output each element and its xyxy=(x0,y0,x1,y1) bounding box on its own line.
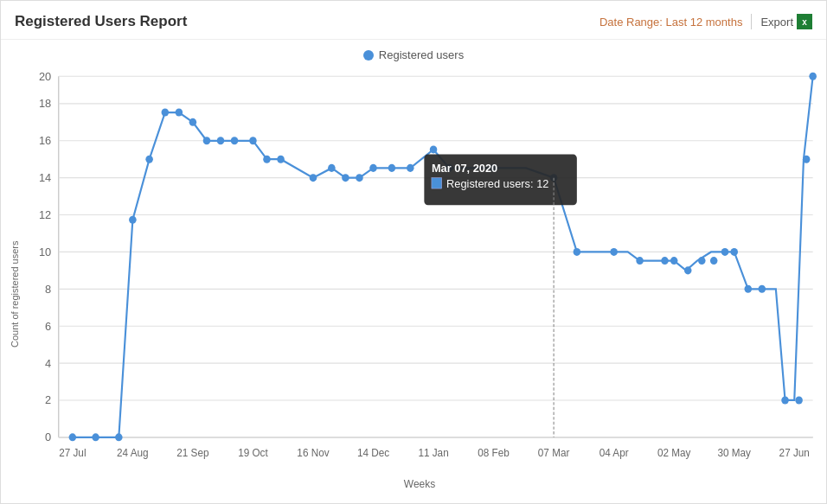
svg-point-49 xyxy=(263,156,271,163)
svg-point-73 xyxy=(759,285,766,293)
svg-point-42 xyxy=(162,109,170,117)
chart-legend: Registered users xyxy=(10,48,817,61)
svg-point-70 xyxy=(721,248,729,256)
chart-inner: 0 2 4 6 8 10 12 14 16 18 20 27 Jul 24 Au… xyxy=(22,67,817,495)
svg-point-69 xyxy=(710,257,718,265)
divider xyxy=(751,14,752,29)
svg-text:27 Jul: 27 Jul xyxy=(59,447,86,459)
svg-point-54 xyxy=(356,174,363,182)
svg-text:14 Dec: 14 Dec xyxy=(357,447,389,459)
date-range-label[interactable]: Date Range: Last 12 months xyxy=(599,16,743,29)
svg-text:18: 18 xyxy=(39,97,51,110)
report-container: Registered Users Report Date Range: Last… xyxy=(0,0,827,504)
svg-text:Registered users: 12: Registered users: 12 xyxy=(446,177,548,190)
svg-point-43 xyxy=(176,109,183,117)
svg-container: 0 2 4 6 8 10 12 14 16 18 20 27 Jul 24 Au… xyxy=(22,67,817,476)
svg-text:Mar 07, 2020: Mar 07, 2020 xyxy=(432,162,497,175)
svg-point-77 xyxy=(809,73,817,80)
svg-text:24 Aug: 24 Aug xyxy=(117,447,149,459)
export-label: Export xyxy=(760,16,793,29)
svg-text:02 May: 02 May xyxy=(657,447,691,459)
svg-point-52 xyxy=(328,164,336,172)
svg-point-67 xyxy=(684,266,692,274)
svg-text:27 Jun: 27 Jun xyxy=(779,447,810,459)
svg-point-40 xyxy=(129,216,137,224)
svg-point-45 xyxy=(203,137,211,144)
svg-text:16: 16 xyxy=(39,134,51,147)
svg-point-46 xyxy=(217,137,225,144)
chart-wrapper: Count of registered users xyxy=(10,67,817,495)
svg-text:20: 20 xyxy=(39,69,51,82)
x-axis-title: Weeks xyxy=(22,476,817,495)
svg-point-76 xyxy=(803,156,811,163)
svg-point-57 xyxy=(407,164,414,172)
svg-point-64 xyxy=(636,257,644,265)
export-button[interactable]: Export x xyxy=(760,14,812,29)
report-header: Registered Users Report Date Range: Last… xyxy=(1,1,826,40)
svg-point-48 xyxy=(249,137,257,144)
svg-text:21 Sep: 21 Sep xyxy=(176,447,209,459)
report-title: Registered Users Report xyxy=(15,13,187,30)
svg-point-74 xyxy=(781,396,789,404)
svg-point-75 xyxy=(795,396,803,404)
svg-point-68 xyxy=(698,257,706,265)
legend-dot xyxy=(363,50,374,61)
svg-point-44 xyxy=(189,118,197,126)
svg-point-65 xyxy=(661,257,669,265)
y-axis-label: Count of registered users xyxy=(10,67,20,495)
svg-text:04 Apr: 04 Apr xyxy=(599,447,629,459)
svg-point-37 xyxy=(69,433,77,441)
svg-rect-80 xyxy=(432,178,442,188)
svg-text:14: 14 xyxy=(39,171,51,184)
legend-label: Registered users xyxy=(379,48,464,61)
svg-point-62 xyxy=(574,248,581,256)
svg-point-39 xyxy=(115,433,123,441)
svg-text:16 Nov: 16 Nov xyxy=(297,447,329,459)
svg-point-41 xyxy=(145,156,153,163)
svg-text:08 Feb: 08 Feb xyxy=(478,447,510,459)
svg-text:19 Oct: 19 Oct xyxy=(238,447,268,459)
svg-text:07 Mar: 07 Mar xyxy=(538,447,570,459)
svg-text:8: 8 xyxy=(45,283,51,296)
export-excel-icon: x xyxy=(797,14,812,29)
svg-point-66 xyxy=(670,257,678,265)
svg-point-58 xyxy=(430,145,438,153)
svg-text:6: 6 xyxy=(45,319,51,332)
svg-point-47 xyxy=(231,137,239,144)
svg-point-55 xyxy=(369,164,377,172)
svg-text:10: 10 xyxy=(39,246,51,258)
svg-point-63 xyxy=(610,248,618,256)
svg-text:11 Jan: 11 Jan xyxy=(418,447,448,459)
svg-text:4: 4 xyxy=(45,356,51,369)
svg-text:30 May: 30 May xyxy=(717,447,751,459)
svg-text:2: 2 xyxy=(45,393,51,406)
svg-point-38 xyxy=(92,433,99,441)
chart-area: Registered users Count of registered use… xyxy=(1,40,826,503)
svg-point-56 xyxy=(388,164,396,172)
svg-text:12: 12 xyxy=(39,208,51,221)
svg-point-51 xyxy=(310,174,317,182)
svg-point-53 xyxy=(342,174,349,182)
header-controls: Date Range: Last 12 months Export x xyxy=(599,14,812,29)
svg-point-71 xyxy=(730,248,738,256)
svg-point-50 xyxy=(277,156,285,163)
svg-text:0: 0 xyxy=(45,431,51,443)
svg-point-72 xyxy=(744,285,752,293)
